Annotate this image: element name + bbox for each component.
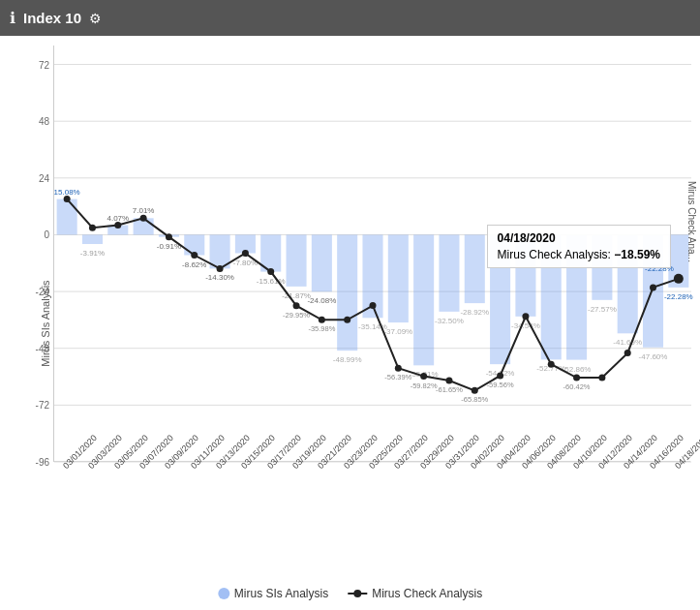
svg-text:-29.95%: -29.95% (283, 311, 310, 320)
gear-icon[interactable]: ⚙ (89, 11, 102, 26)
svg-text:-24: -24 (36, 287, 50, 297)
svg-point-84 (522, 313, 529, 320)
svg-rect-37 (592, 234, 612, 299)
svg-point-76 (319, 317, 325, 323)
legend-check-label: Mirus Check Analysis (372, 587, 482, 600)
svg-text:-56.39%: -56.39% (384, 373, 411, 381)
legend: Mirus SIs Analysis Mirus Check Analysis (218, 587, 482, 600)
svg-text:-22.28%: -22.28% (645, 264, 674, 273)
svg-rect-39 (643, 234, 663, 347)
svg-text:4.07%: 4.07% (107, 214, 129, 223)
svg-point-66 (64, 196, 71, 202)
svg-rect-17 (82, 234, 103, 244)
svg-point-69 (140, 215, 147, 222)
svg-point-79 (395, 365, 402, 372)
svg-text:-65.85%: -65.85% (461, 395, 488, 404)
legend-sls-label: Mirus SIs Analysis (234, 587, 328, 600)
legend-sls: Mirus SIs Analysis (218, 587, 328, 600)
svg-rect-33 (490, 234, 510, 364)
svg-text:-72: -72 (36, 400, 50, 411)
svg-text:-37.09%: -37.09% (383, 327, 412, 336)
svg-point-80 (420, 373, 427, 380)
svg-text:-48: -48 (36, 344, 50, 354)
chart-container: Mirus SIs Analysis 7248240-24-48-72-9615… (0, 36, 700, 610)
svg-point-75 (293, 302, 300, 309)
svg-text:15.08%: 15.08% (54, 188, 80, 197)
svg-rect-32 (465, 234, 485, 303)
header: ℹ Index 10 ⚙ (0, 0, 700, 36)
svg-text:48: 48 (39, 116, 50, 127)
svg-rect-25 (287, 234, 307, 286)
chart-area: 7248240-24-48-72-9615.08%4.07%7.01%-0.91… (53, 46, 690, 462)
svg-point-90 (674, 274, 684, 284)
page-title: Index 10 (23, 10, 81, 26)
info-icon: ℹ (10, 9, 15, 27)
svg-text:24: 24 (39, 173, 50, 184)
svg-text:-8.62%: -8.62% (182, 260, 206, 269)
svg-point-77 (344, 317, 350, 323)
svg-rect-38 (618, 234, 638, 333)
svg-text:-41.69%: -41.69% (613, 338, 642, 347)
svg-rect-16 (57, 199, 77, 235)
y-axis-label-right: Mirus Check Ana... (686, 181, 697, 262)
svg-point-72 (217, 265, 224, 272)
svg-point-82 (472, 387, 478, 394)
svg-point-81 (445, 378, 452, 384)
legend-check-icon (348, 593, 367, 595)
svg-text:-48.99%: -48.99% (333, 355, 362, 364)
svg-point-86 (573, 375, 580, 381)
svg-rect-27 (337, 234, 357, 351)
svg-text:-28.92%: -28.92% (460, 308, 489, 317)
svg-text:-47.60%: -47.60% (639, 352, 668, 361)
svg-text:-32.50%: -32.50% (435, 317, 464, 325)
svg-point-67 (89, 225, 96, 231)
svg-rect-36 (566, 234, 587, 359)
svg-point-87 (598, 375, 605, 381)
svg-point-70 (166, 233, 172, 240)
svg-text:-59.56%: -59.56% (487, 381, 514, 389)
svg-rect-31 (439, 234, 459, 311)
x-labels-container: 03/01/202003/03/202003/05/202003/07/2020… (53, 464, 690, 532)
svg-text:-27.57%: -27.57% (588, 305, 617, 314)
svg-rect-34 (515, 234, 535, 316)
svg-point-89 (650, 284, 656, 290)
svg-text:-59.82%: -59.82% (411, 381, 438, 390)
legend-check: Mirus Check Analysis (348, 587, 482, 600)
svg-point-78 (370, 302, 377, 309)
svg-rect-29 (388, 234, 409, 322)
chart-svg: 7248240-24-48-72-9615.08%4.07%7.01%-0.91… (54, 46, 690, 461)
svg-rect-35 (541, 234, 562, 359)
svg-text:7.01%: 7.01% (133, 206, 155, 215)
svg-text:-96: -96 (36, 457, 50, 468)
svg-point-83 (497, 372, 503, 379)
svg-point-74 (267, 268, 274, 275)
svg-text:-3.91%: -3.91% (80, 249, 105, 258)
svg-rect-30 (413, 234, 434, 365)
svg-text:-34.54%: -34.54% (511, 321, 540, 330)
svg-point-68 (114, 222, 121, 229)
svg-point-85 (548, 361, 555, 368)
svg-point-71 (191, 252, 198, 259)
svg-point-88 (624, 350, 631, 356)
svg-text:-35.98%: -35.98% (308, 324, 335, 333)
svg-text:-14.30%: -14.30% (205, 273, 234, 282)
svg-rect-26 (312, 234, 332, 291)
svg-text:-24.08%: -24.08% (307, 296, 336, 305)
legend-sls-icon (218, 588, 229, 599)
svg-text:0: 0 (44, 229, 49, 240)
svg-text:-60.42%: -60.42% (563, 382, 591, 391)
svg-text:-22.28%: -22.28% (664, 292, 693, 301)
svg-text:72: 72 (39, 60, 50, 71)
svg-text:-61.65%: -61.65% (436, 385, 463, 394)
svg-point-73 (242, 250, 249, 257)
